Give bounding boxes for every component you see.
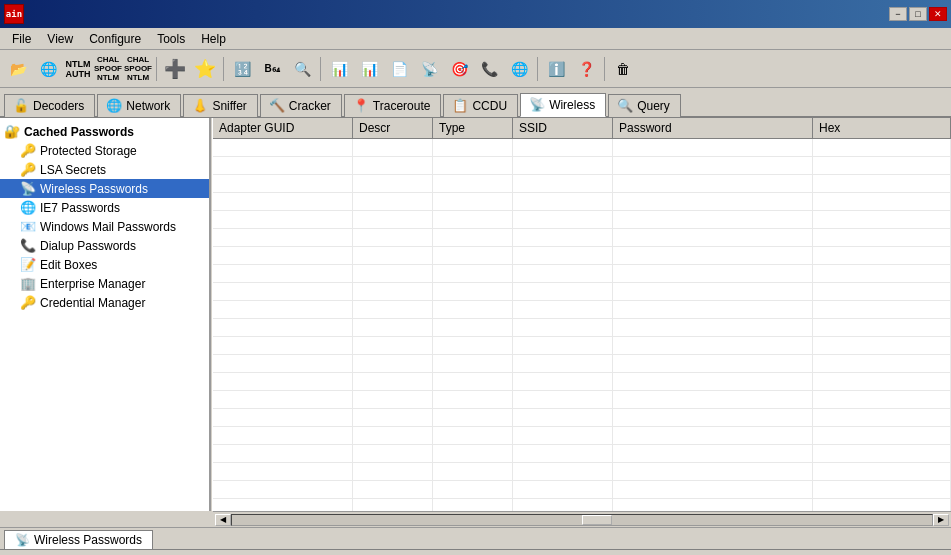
horizontal-scrollbar[interactable]: ◀ ▶ bbox=[213, 511, 951, 527]
grid-row[interactable] bbox=[213, 211, 951, 229]
grid-row[interactable] bbox=[213, 157, 951, 175]
toolbar-chal2[interactable]: CHALSPOOFNTLM bbox=[124, 55, 152, 83]
tab-query[interactable]: 🔍 Query bbox=[608, 94, 681, 117]
grid-row[interactable] bbox=[213, 283, 951, 301]
sidebar-item-cached-passwords[interactable]: 🔐 Cached Passwords bbox=[0, 122, 209, 141]
toolbar-wireless[interactable]: 📡 bbox=[415, 55, 443, 83]
sidebar-item-enterprise-manager[interactable]: 🏢 Enterprise Manager bbox=[0, 274, 209, 293]
toolbar-delete[interactable]: 🗑 bbox=[609, 55, 637, 83]
grid-cell bbox=[813, 409, 951, 426]
sidebar-item-windows-mail[interactable]: 📧 Windows Mail Passwords bbox=[0, 217, 209, 236]
grid-row[interactable] bbox=[213, 391, 951, 409]
col-header-type[interactable]: Type bbox=[433, 118, 513, 138]
menu-help[interactable]: Help bbox=[193, 30, 234, 48]
toolbar-decode[interactable]: 🔢 bbox=[228, 55, 256, 83]
scroll-right[interactable]: ▶ bbox=[933, 514, 949, 526]
grid-cell bbox=[613, 463, 813, 480]
scroll-track[interactable] bbox=[231, 514, 933, 526]
col-header-password[interactable]: Password bbox=[613, 118, 813, 138]
grid-row[interactable] bbox=[213, 427, 951, 445]
menu-configure[interactable]: Configure bbox=[81, 30, 149, 48]
sidebar-item-dialup-passwords[interactable]: 📞 Dialup Passwords bbox=[0, 236, 209, 255]
grid-row[interactable] bbox=[213, 373, 951, 391]
grid-cell bbox=[353, 283, 433, 300]
grid-row[interactable] bbox=[213, 463, 951, 481]
col-header-ssid[interactable]: SSID bbox=[513, 118, 613, 138]
grid-cell bbox=[353, 337, 433, 354]
tab-cracker[interactable]: 🔨 Cracker bbox=[260, 94, 342, 117]
toolbar-scan[interactable]: 🔍 bbox=[288, 55, 316, 83]
sidebar-item-protected-storage[interactable]: 🔑 Protected Storage bbox=[0, 141, 209, 160]
toolbar-network[interactable]: 🌐 bbox=[34, 55, 62, 83]
grid-row[interactable] bbox=[213, 301, 951, 319]
grid-cell bbox=[353, 247, 433, 264]
grid-row[interactable] bbox=[213, 409, 951, 427]
tab-network-label: Network bbox=[126, 99, 170, 113]
menu-view[interactable]: View bbox=[39, 30, 81, 48]
sidebar-item-ie7-passwords[interactable]: 🌐 IE7 Passwords bbox=[0, 198, 209, 217]
data-grid[interactable]: Adapter GUID Descr Type SSID Password He… bbox=[213, 118, 951, 511]
toolbar-voip[interactable]: 📞 bbox=[475, 55, 503, 83]
sidebar-item-wireless-passwords[interactable]: 📡 Wireless Passwords bbox=[0, 179, 209, 198]
toolbar-base64[interactable]: B₆₄ bbox=[258, 55, 286, 83]
tab-wireless[interactable]: 📡 Wireless bbox=[520, 93, 606, 117]
grid-cell bbox=[213, 319, 353, 336]
grid-cell bbox=[513, 373, 613, 390]
toolbar-cert[interactable]: 📄 bbox=[385, 55, 413, 83]
cached-passwords-icon: 🔐 bbox=[4, 124, 20, 139]
scroll-thumb[interactable] bbox=[582, 515, 612, 525]
grid-row[interactable] bbox=[213, 139, 951, 157]
scroll-left[interactable]: ◀ bbox=[215, 514, 231, 526]
toolbar-help[interactable]: ❓ bbox=[572, 55, 600, 83]
grid-row[interactable] bbox=[213, 229, 951, 247]
toolbar-add[interactable]: ➕ bbox=[161, 55, 189, 83]
tab-decoders[interactable]: 🔓 Decoders bbox=[4, 94, 95, 117]
tab-network[interactable]: 🌐 Network bbox=[97, 94, 181, 117]
grid-row[interactable] bbox=[213, 355, 951, 373]
menu-tools[interactable]: Tools bbox=[149, 30, 193, 48]
sidebar-ie7-label: IE7 Passwords bbox=[40, 201, 120, 215]
tab-traceroute[interactable]: 📍 Traceroute bbox=[344, 94, 442, 117]
toolbar-net2[interactable]: 🌐 bbox=[505, 55, 533, 83]
grid-row[interactable] bbox=[213, 445, 951, 463]
col-header-hex[interactable]: Hex bbox=[813, 118, 951, 138]
bottom-tab-wireless[interactable]: 📡 Wireless Passwords bbox=[4, 530, 153, 549]
tab-ccdu[interactable]: 📋 CCDU bbox=[443, 94, 518, 117]
grid-row[interactable] bbox=[213, 247, 951, 265]
grid-cell bbox=[613, 355, 813, 372]
tab-sniffer[interactable]: 👃 Sniffer bbox=[183, 94, 257, 117]
app-icon: ain bbox=[4, 4, 24, 24]
toolbar-open[interactable]: 📂 bbox=[4, 55, 32, 83]
grid-cell bbox=[213, 499, 353, 511]
maximize-button[interactable]: □ bbox=[909, 7, 927, 21]
grid-row[interactable] bbox=[213, 481, 951, 499]
col-header-adapter-guid[interactable]: Adapter GUID bbox=[213, 118, 353, 138]
toolbar-bar2[interactable]: 📊 bbox=[355, 55, 383, 83]
sidebar-item-lsa-secrets[interactable]: 🔑 LSA Secrets bbox=[0, 160, 209, 179]
sidebar-item-edit-boxes[interactable]: 📝 Edit Boxes bbox=[0, 255, 209, 274]
toolbar-chal1[interactable]: CHALSPOOFNTLM bbox=[94, 55, 122, 83]
grid-cell bbox=[813, 499, 951, 511]
bottom-tab-label: Wireless Passwords bbox=[34, 533, 142, 547]
col-header-descr[interactable]: Descr bbox=[353, 118, 433, 138]
grid-cell bbox=[513, 229, 613, 246]
grid-cell bbox=[513, 265, 613, 282]
grid-row[interactable] bbox=[213, 193, 951, 211]
toolbar-info[interactable]: ℹ️ bbox=[542, 55, 570, 83]
menu-file[interactable]: File bbox=[4, 30, 39, 48]
sidebar-item-credential-manager[interactable]: 🔑 Credential Manager bbox=[0, 293, 209, 312]
grid-row[interactable] bbox=[213, 499, 951, 511]
grid-row[interactable] bbox=[213, 319, 951, 337]
grid-row[interactable] bbox=[213, 265, 951, 283]
grid-row[interactable] bbox=[213, 337, 951, 355]
grid-cell bbox=[813, 391, 951, 408]
grid-cell bbox=[213, 211, 353, 228]
toolbar-minus[interactable]: ⭐ bbox=[191, 55, 219, 83]
toolbar-capture[interactable]: 🎯 bbox=[445, 55, 473, 83]
toolbar-ntlm[interactable]: NTLMAUTH bbox=[64, 55, 92, 83]
grid-row[interactable] bbox=[213, 175, 951, 193]
close-button[interactable]: ✕ bbox=[929, 7, 947, 21]
grid-cell bbox=[613, 373, 813, 390]
minimize-button[interactable]: − bbox=[889, 7, 907, 21]
toolbar-bar1[interactable]: 📊 bbox=[325, 55, 353, 83]
